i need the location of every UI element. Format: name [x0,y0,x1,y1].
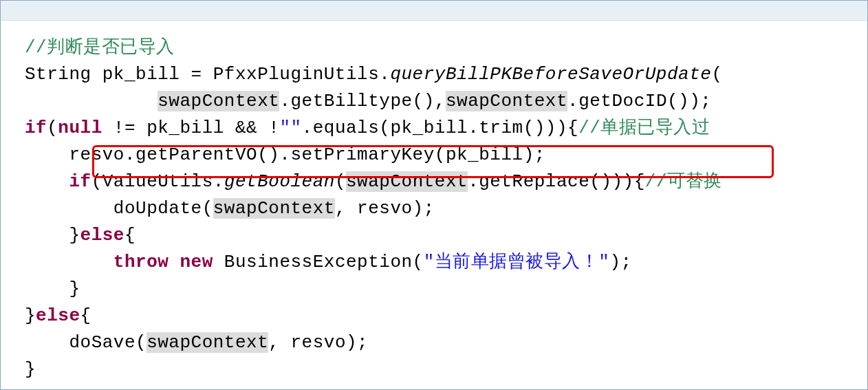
code-line-7: doUpdate(swapContext, resvo); [25,198,435,219]
code-snippet-container: //判断是否已导入 String pk_bill = PfxxPluginUti… [0,0,868,390]
comment-import-check: //判断是否已导入 [25,37,175,58]
code-block: //判断是否已导入 String pk_bill = PfxxPluginUti… [25,8,860,383]
code-line-4: if(null != pk_bill && !"".equals(pk_bill… [25,118,710,138]
code-line-13: } [25,359,36,380]
code-line-10: } [25,279,80,299]
code-line-6: if(ValueUtils.getBoolean(swapContext.get… [25,171,722,192]
code-line-3: swapContext.getBilltype(),swapContext.ge… [25,91,711,111]
code-line-8: }else{ [25,225,135,246]
comment-already-imported: //单据已导入过 [578,118,710,138]
code-line-12: doSave(swapContext, resvo); [25,332,368,353]
swapcontext-ref: swapContext [147,332,268,353]
swapcontext-ref: swapContext [158,91,279,111]
swapcontext-ref: swapContext [446,91,567,111]
code-line-1: //判断是否已导入 [25,37,175,58]
comment-replaceable: //可替换 [645,171,722,192]
error-string: "当前单据曾被导入！" [424,252,610,272]
swapcontext-ref: swapContext [346,171,468,192]
code-line-5: resvo.getParentVO().setPrimaryKey(pk_bil… [25,144,545,165]
code-line-2: String pk_bill = PfxxPluginUtils.queryBi… [25,64,722,85]
code-line-9: throw new BusinessException("当前单据曾被导入！")… [25,252,632,272]
code-line-11: }else{ [25,305,91,326]
swapcontext-ref: swapContext [213,198,335,219]
